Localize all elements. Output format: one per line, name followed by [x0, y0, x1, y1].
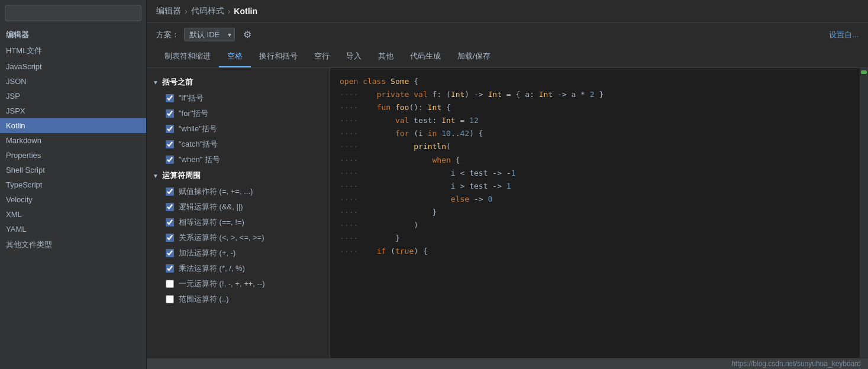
checkbox-item-range-op: 范围运算符 (..) — [147, 292, 330, 307]
setup-link[interactable]: 设置自... — [829, 30, 859, 40]
checkbox-item-for-brace: "for"括号 — [147, 106, 330, 121]
scheme-label: 方案： — [156, 30, 179, 40]
sidebar-item-jsp[interactable]: JSP — [0, 89, 146, 103]
checkbox-item-when-brace: "when" 括号 — [147, 152, 330, 167]
breadcrumb-sep1: › — [185, 7, 188, 16]
section-around-operator: ▼运算符周围赋值操作符 (=, +=, ...)逻辑运算符 (&&, ||)相等… — [147, 167, 330, 307]
sidebar-item-properties[interactable]: Properties — [0, 148, 146, 163]
content-area: ▼括号之前"if"括号"for"括号"while"括号"catch"括号"whe… — [147, 68, 868, 358]
sidebar-item-xml[interactable]: XML — [0, 207, 146, 222]
tabs-bar: 制表符和缩进空格换行和括号空行导入其他代码生成加载/保存 — [147, 46, 868, 68]
sidebar-item-jspx[interactable]: JSPX — [0, 103, 146, 118]
code-content: open class Some { ···· private val f: (I… — [340, 75, 850, 258]
section-header-before-brace[interactable]: ▼括号之前 — [147, 74, 330, 90]
checkbox-label-while-brace[interactable]: "while"括号 — [179, 124, 217, 134]
tab-tabs-codegen[interactable]: 代码生成 — [402, 46, 449, 67]
breadcrumb-sep2: › — [228, 7, 231, 16]
checkbox-equal-op[interactable] — [166, 218, 174, 226]
checkbox-label-logic-op[interactable]: 逻辑运算符 (&&, ||) — [179, 202, 243, 212]
checkbox-label-range-op[interactable]: 范围运算符 (..) — [179, 294, 229, 305]
checkbox-while-brace[interactable] — [166, 125, 174, 133]
checkbox-label-when-brace[interactable]: "when" 括号 — [179, 154, 220, 165]
checkbox-add-op[interactable] — [166, 249, 174, 257]
sidebar-item-kotlin[interactable]: Kotlin — [0, 118, 146, 133]
sidebar-item-html[interactable]: HTML文件 — [0, 43, 146, 59]
right-scrollbar — [860, 68, 868, 358]
tab-tabs-space[interactable]: 空格 — [219, 46, 251, 67]
checkbox-label-relation-op[interactable]: 关系运算符 (<, >, <=, >=) — [179, 232, 264, 243]
settings-panel: ▼括号之前"if"括号"for"括号"while"括号"catch"括号"whe… — [147, 68, 330, 358]
breadcrumb-part1: 编辑器 — [156, 6, 181, 17]
sidebar-item-json[interactable]: JSON — [0, 74, 146, 89]
checkbox-catch-brace[interactable] — [166, 140, 174, 148]
arrow-icon-before-brace: ▼ — [153, 79, 159, 86]
checkbox-label-mul-op[interactable]: 乘法运算符 (*, /, %) — [179, 263, 245, 274]
checkbox-label-add-op[interactable]: 加法运算符 (+, -) — [179, 248, 235, 258]
tab-tabs-loadsave[interactable]: 加载/保存 — [449, 46, 499, 67]
sidebar-item-other[interactable]: 其他文件类型 — [0, 237, 146, 253]
checkbox-label-assign-op[interactable]: 赋值操作符 (=, +=, ...) — [179, 186, 253, 197]
checkbox-label-if-brace[interactable]: "if"括号 — [179, 93, 204, 103]
checkbox-item-while-brace: "while"括号 — [147, 121, 330, 137]
checkbox-item-add-op: 加法运算符 (+, -) — [147, 245, 330, 261]
checkbox-relation-op[interactable] — [166, 234, 174, 242]
checkbox-label-unary-op[interactable]: 一元运算符 (!, -, +, ++, --) — [179, 279, 265, 289]
checkbox-item-unary-op: 一元运算符 (!, -, +, ++, --) — [147, 276, 330, 292]
sidebar-item-velocity[interactable]: Velocity — [0, 192, 146, 207]
main-content: 编辑器 › 代码样式 › Kotlin 方案： 默认 IDE ⚙ 设置自... … — [147, 0, 868, 369]
sidebar-item-shellscript[interactable]: Shell Script — [0, 163, 146, 177]
sidebar-section-label: 编辑器 — [0, 26, 146, 43]
sidebar-item-javascript[interactable]: JavaScript — [0, 59, 146, 74]
breadcrumb: 编辑器 › 代码样式 › Kotlin — [147, 0, 868, 23]
arrow-icon-around-operator: ▼ — [153, 173, 159, 179]
checkbox-when-brace[interactable] — [166, 156, 174, 164]
section-before-brace: ▼括号之前"if"括号"for"括号"while"括号"catch"括号"whe… — [147, 74, 330, 167]
scheme-select[interactable]: 默认 IDE — [184, 28, 235, 41]
sidebar-search[interactable] — [5, 5, 141, 21]
tab-tabs-indent[interactable]: 制表符和缩进 — [156, 46, 219, 67]
checkbox-mul-op[interactable] — [166, 264, 174, 273]
sidebar-item-typescript[interactable]: TypeScript — [0, 177, 146, 192]
code-preview: open class Some { ···· private val f: (I… — [330, 68, 860, 358]
status-url: https://blog.csdn.net/sunyuhua_keyboard — [731, 360, 861, 368]
sidebar: 编辑器 HTML文件JavaScriptJSONJSPJSPXKotlinMar… — [0, 0, 147, 369]
scroll-indicator — [861, 70, 867, 74]
checkbox-if-brace[interactable] — [166, 94, 174, 102]
checkbox-item-relation-op: 关系运算符 (<, >, <=, >=) — [147, 230, 330, 245]
checkbox-item-catch-brace: "catch"括号 — [147, 137, 330, 152]
section-header-around-operator[interactable]: ▼运算符周围 — [147, 167, 330, 184]
status-bar: https://blog.csdn.net/sunyuhua_keyboard — [147, 358, 868, 369]
checkbox-item-if-brace: "if"括号 — [147, 90, 330, 106]
tab-tabs-blankline[interactable]: 空行 — [306, 46, 338, 67]
checkbox-unary-op[interactable] — [166, 280, 174, 288]
checkbox-label-catch-brace[interactable]: "catch"括号 — [179, 139, 218, 150]
sidebar-item-markdown[interactable]: Markdown — [0, 133, 146, 148]
checkbox-item-equal-op: 相等运算符 (==, !=) — [147, 215, 330, 230]
tab-tabs-import[interactable]: 导入 — [338, 46, 370, 67]
scheme-select-wrapper: 默认 IDE — [184, 28, 235, 41]
checkbox-for-brace[interactable] — [166, 109, 174, 118]
scheme-row: 方案： 默认 IDE ⚙ 设置自... — [147, 23, 868, 46]
checkbox-label-for-brace[interactable]: "for"括号 — [179, 108, 208, 119]
checkbox-item-logic-op: 逻辑运算符 (&&, ||) — [147, 199, 330, 215]
checkbox-item-mul-op: 乘法运算符 (*, /, %) — [147, 261, 330, 276]
breadcrumb-part3: Kotlin — [234, 7, 257, 16]
tab-tabs-other[interactable]: 其他 — [370, 46, 402, 67]
breadcrumb-part2: 代码样式 — [191, 6, 224, 17]
checkbox-label-equal-op[interactable]: 相等运算符 (==, !=) — [179, 217, 244, 228]
checkbox-logic-op[interactable] — [166, 203, 174, 211]
tab-tabs-newline[interactable]: 换行和括号 — [251, 46, 306, 67]
checkbox-item-assign-op: 赋值操作符 (=, +=, ...) — [147, 184, 330, 199]
checkbox-range-op[interactable] — [166, 295, 174, 303]
sidebar-item-yaml[interactable]: YAML — [0, 222, 146, 237]
gear-button[interactable]: ⚙ — [240, 28, 255, 41]
checkbox-assign-op[interactable] — [166, 187, 174, 196]
